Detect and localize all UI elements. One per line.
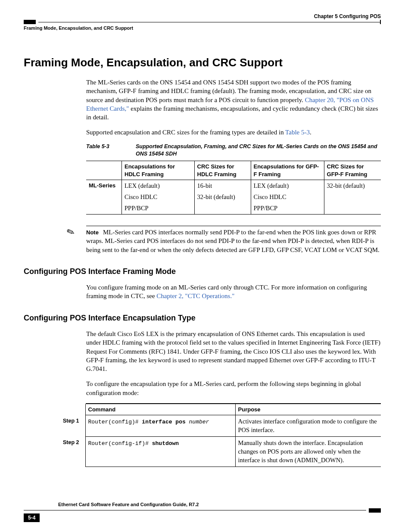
note-block: ✎ NoteML-Series card POS interfaces norm… xyxy=(67,226,381,254)
table-cell: 16-bit 32-bit (default) xyxy=(194,180,251,215)
text: . xyxy=(310,129,311,136)
page-title: Framing Mode, Encapsulation, and CRC Sup… xyxy=(24,55,381,70)
table-cell: LEX (default) Cisco HDLC PPP/BCP xyxy=(251,180,324,215)
link-chapter-2[interactable]: Chapter 2, "CTC Operations." xyxy=(156,292,234,299)
table-cell: 32-bit (default) xyxy=(324,180,381,215)
cmd-keyword: interface pos xyxy=(142,419,185,425)
command-cell: Router(config)# interface pos number xyxy=(85,415,235,437)
table-header-blank xyxy=(86,161,122,180)
link-table-5-3[interactable]: Table 5-3 xyxy=(285,129,310,136)
footer-doc-title: Ethernet Card Software Feature and Confi… xyxy=(58,501,381,508)
text: PPP/BCP xyxy=(254,204,321,213)
text: PPP/BCP xyxy=(125,204,192,213)
encap-paragraph-1: The default Cisco EoS LEX is the primary… xyxy=(86,330,381,373)
purpose-cell: Activates interface configuration mode t… xyxy=(235,415,381,437)
header-chapter: Chapter 5 Configuring POS xyxy=(24,13,381,20)
table-header-blank xyxy=(60,404,85,415)
header-section: Framing Mode, Encapsulation, and CRC Sup… xyxy=(24,25,381,31)
text: LEX (default) xyxy=(125,182,192,190)
header-rule xyxy=(24,20,381,24)
table-cell: LEX (default) Cisco HDLC PPP/BCP xyxy=(122,180,195,215)
cmd-keyword: shutdown xyxy=(152,440,179,447)
steps-table: Command Purpose Step 1 Router(config)# i… xyxy=(60,403,381,467)
table-title: Supported Encapsulation, Framing, and CR… xyxy=(136,143,381,158)
text: 32-bit (default) xyxy=(327,182,378,190)
table-header: CRC Sizes for HDLC Framing xyxy=(194,161,251,180)
text: LEX (default) xyxy=(254,182,321,190)
table-5-3: Encapsulations for HDLC Framing CRC Size… xyxy=(86,161,381,215)
framing-mode-paragraph: You configure framing mode on an ML-Seri… xyxy=(86,283,381,301)
text: explains the framing mechanisms, encapsu… xyxy=(86,105,378,121)
table-header-command: Command xyxy=(85,404,235,415)
section-heading-encapsulation-type: Configuring POS Interface Encapsulation … xyxy=(24,313,381,323)
text: Supported encapsulation and CRC sizes fo… xyxy=(86,129,285,136)
table-header: Encapsulations for HDLC Framing xyxy=(122,161,195,180)
pencil-icon: ✎ xyxy=(65,225,76,240)
table-header: CRC Sizes for GFP-F Framing xyxy=(324,161,381,180)
table-header-purpose: Purpose xyxy=(235,404,381,415)
step-label: Step 2 xyxy=(60,437,85,467)
note-label: Note xyxy=(86,229,99,236)
text: Cisco HDLC xyxy=(125,193,192,202)
note-text: ML-Series card POS interfaces normally s… xyxy=(86,229,380,253)
encap-paragraph-2: To configure the encapsulation type for … xyxy=(86,380,381,397)
page-number: 5-4 xyxy=(24,513,40,522)
table-5-3-caption: Table 5-3 Supported Encapsulation, Frami… xyxy=(86,143,381,158)
section-heading-framing-mode: Configuring POS Interface Framing Mode xyxy=(24,266,381,277)
purpose-cell: Manually shuts down the interface. Encap… xyxy=(235,437,381,467)
page-footer: Ethernet Card Software Feature and Confi… xyxy=(24,501,381,522)
text: Cisco HDLC xyxy=(254,193,321,202)
cmd-arg: number xyxy=(186,419,209,425)
cmd-prompt: Router(config-if)# xyxy=(88,440,152,447)
intro-paragraph-2: Supported encapsulation and CRC sizes fo… xyxy=(86,128,381,137)
table-header: Encapsulations for GFP-F Framing xyxy=(251,161,324,180)
text: 16-bit xyxy=(197,182,248,190)
text: 32-bit (default) xyxy=(197,193,248,202)
table-row-label: ML-Series xyxy=(86,180,122,215)
table-number: Table 5-3 xyxy=(86,143,136,158)
step-label: Step 1 xyxy=(60,415,85,437)
intro-paragraph-1: The ML-Series cards on the ONS 15454 and… xyxy=(86,78,381,121)
command-cell: Router(config-if)# shutdown xyxy=(85,437,235,467)
cmd-prompt: Router(config)# xyxy=(88,419,142,425)
